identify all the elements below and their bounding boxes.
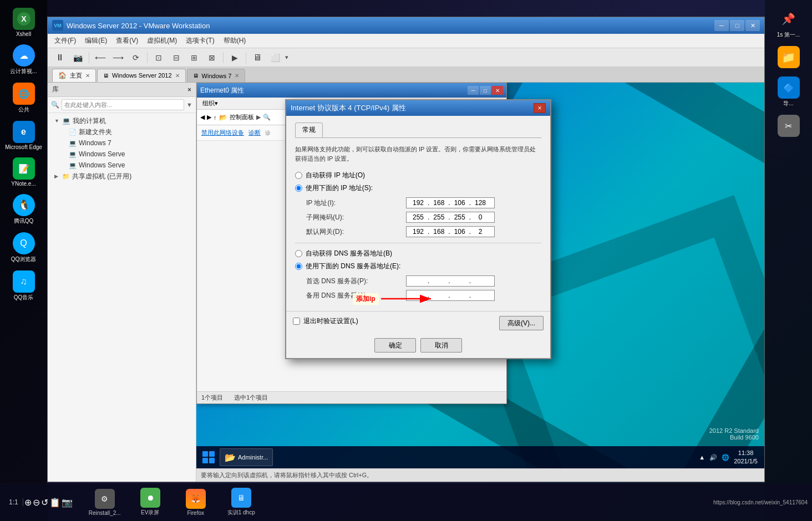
right-icon-pin[interactable]: 📌 1s 第一... <box>769 6 808 41</box>
subnet-seg3[interactable] <box>451 213 468 221</box>
toolbar-multi2-btn[interactable]: ⊞ <box>186 50 202 65</box>
tab-home-close[interactable]: ✕ <box>85 73 90 79</box>
zoom-out-btn[interactable]: ⊖ <box>33 497 40 508</box>
manual-dns-radio[interactable] <box>295 263 302 270</box>
tree-shared[interactable]: ▶ 📁 共享虚拟机 (已开用) <box>50 171 194 182</box>
tab-win7-close[interactable]: ✕ <box>235 73 239 79</box>
right-icon-guide[interactable]: 🔷 导... <box>769 74 808 110</box>
subnet-seg1[interactable] <box>410 213 427 221</box>
desktop-icon-xshell[interactable]: X Xshell <box>4 6 43 39</box>
menu-vm[interactable]: 虚拟机(M) <box>143 35 181 47</box>
desktop-icon-qqmusic[interactable]: ♫ QQ音乐 <box>4 268 43 304</box>
toolbar-next-btn[interactable]: ⟶ <box>110 50 126 65</box>
zoom-in-btn[interactable]: ⊕ <box>24 497 32 508</box>
subnet-input-group[interactable]: . . . <box>406 212 495 223</box>
gateway-input-group[interactable]: . . . <box>406 226 495 237</box>
refresh-btn[interactable]: ↺ <box>41 497 48 508</box>
desktop-icon-microsoftedge[interactable]: e Microsoft Edge <box>4 119 43 152</box>
menu-help[interactable]: 帮助(H) <box>219 35 251 47</box>
toolbar-fullscreen-btn[interactable]: ⊡ <box>151 50 166 65</box>
pdns-seg2[interactable] <box>430 277 447 285</box>
vm-screen[interactable]: 2012 R2 Standard Build 9600 Ethernet0 属性… <box>196 83 764 468</box>
tab-ws2012[interactable]: 🖥 Windows Server 2012 ✕ <box>97 69 186 82</box>
taskbar-evrecorder[interactable]: ⏺ EV录屏 <box>128 486 172 519</box>
pdns-seg3[interactable] <box>451 277 468 285</box>
desktop-icon-public[interactable]: 🌐 公共 <box>4 80 43 116</box>
desktop-icon-qq[interactable]: 🐧 腾讯QQ <box>4 192 43 227</box>
gw-seg2[interactable] <box>430 228 447 236</box>
vmware-maximize-btn[interactable]: □ <box>730 20 744 31</box>
toolbar-terminal-btn[interactable]: ▶ <box>227 50 242 65</box>
desktop-icon-yuncj[interactable]: ☁ 云计算视... <box>4 42 43 78</box>
toolbar-multi3-btn[interactable]: ⊠ <box>204 50 220 65</box>
netconn-forward-btn[interactable]: ▶ <box>207 114 211 121</box>
tcpip-close-btn[interactable]: × <box>534 103 546 113</box>
ip-input-group[interactable]: . . . <box>406 197 495 208</box>
tab-ws2012-close[interactable]: ✕ <box>175 73 180 79</box>
toolbar-display-btn[interactable]: 🖥 <box>250 50 265 65</box>
tab-win7[interactable]: 🖥 Windows 7 ✕ <box>187 69 246 82</box>
vmware-minimize-btn[interactable]: ─ <box>714 20 729 31</box>
right-icon-scissors[interactable]: ✂ <box>769 113 808 140</box>
advanced-btn[interactable]: 高级(V)... <box>499 316 544 330</box>
menu-tabs[interactable]: 选项卡(T) <box>181 35 219 47</box>
ip-seg3[interactable] <box>451 199 468 207</box>
netconn-minimize-btn[interactable]: ─ <box>468 86 479 95</box>
toolbar-prev-btn[interactable]: ⟵ <box>93 50 108 65</box>
ip-seg4[interactable] <box>472 199 489 207</box>
clipboard-btn[interactable]: 📋 <box>49 497 60 508</box>
netconn-maximize-btn[interactable]: □ <box>480 86 491 95</box>
desktop-icon-qqbrowser[interactable]: Q QQ浏览器 <box>4 230 43 265</box>
toolbar-display2-btn[interactable]: ⬜ <box>267 50 283 65</box>
manual-ip-radio[interactable] <box>295 185 302 192</box>
taskbar-reinstall[interactable]: ⚙ Reinstall_2... <box>83 487 127 518</box>
menu-file[interactable]: 文件(F) <box>50 35 80 47</box>
netconn-back-btn[interactable]: ◀ <box>200 114 205 121</box>
library-search-arrow[interactable]: ▼ <box>186 101 192 108</box>
menu-view[interactable]: 查看(V) <box>111 35 143 47</box>
menu-edit[interactable]: 编辑(E) <box>80 35 111 47</box>
taskbar-firefox[interactable]: 🦊 Firefox <box>174 487 218 518</box>
ws-start-btn[interactable] <box>199 448 219 466</box>
toolbar-pause-btn[interactable]: ⏸ <box>52 50 68 65</box>
adns-seg3[interactable] <box>451 292 468 299</box>
desktop-icon-ynote[interactable]: 📝 YNote.e... <box>4 155 43 189</box>
screenshot-btn[interactable]: 📷 <box>62 497 73 508</box>
cancel-btn[interactable]: 取消 <box>420 338 462 353</box>
vmware-close-btn[interactable]: ✕ <box>745 20 760 31</box>
tree-newfolder[interactable]: 📄 新建文件夹 <box>50 126 194 137</box>
tree-winsrv2[interactable]: 💻 Windows Serve <box>50 160 194 171</box>
toolbar-multi1-btn[interactable]: ⊟ <box>169 50 184 65</box>
auto-ip-radio[interactable] <box>295 172 302 179</box>
ip-seg1[interactable] <box>410 199 427 207</box>
ok-btn[interactable]: 确定 <box>374 338 416 353</box>
ip-seg2[interactable] <box>430 199 447 207</box>
library-close-btn[interactable]: × <box>187 86 191 94</box>
toolbar-up-btn[interactable]: ⟳ <box>128 50 144 65</box>
netconn-disable-btn[interactable]: 禁用此网络设备 <box>201 129 244 137</box>
gw-seg4[interactable] <box>472 228 489 236</box>
netconn-diagnose-btn[interactable]: 诊断 <box>248 129 261 137</box>
library-search-input[interactable] <box>62 99 184 110</box>
subnet-seg2[interactable] <box>430 213 447 221</box>
dialog-tab-general[interactable]: 常规 <box>295 122 323 137</box>
gw-seg3[interactable] <box>451 228 468 236</box>
netconn-up-btn[interactable]: ↑ <box>214 114 217 121</box>
subnet-seg4[interactable] <box>472 213 489 221</box>
right-icon-folder[interactable]: 📁 <box>769 44 808 71</box>
adns-seg4[interactable] <box>472 292 489 299</box>
netconn-close-btn[interactable]: ✕ <box>492 86 503 95</box>
tree-winsrv1[interactable]: 💻 Windows Serve <box>50 149 194 160</box>
validate-checkbox[interactable] <box>293 318 300 325</box>
tree-mypc[interactable]: ▼ 💻 我的计算机 <box>50 115 194 126</box>
toolbar-snapshot-btn[interactable]: 📷 <box>70 50 85 65</box>
netconn-org-btn[interactable]: 组织▾ <box>199 98 221 109</box>
tree-win7[interactable]: 💻 Windows 7 <box>50 137 194 149</box>
auto-dns-radio[interactable] <box>295 250 302 257</box>
taskbar-dhcp[interactable]: 🖥 实训1 dhcp <box>219 486 263 519</box>
pdns-input-group[interactable]: . . . <box>406 275 495 287</box>
ws-taskbar-item-admin[interactable]: 📂 Administr... <box>220 448 273 466</box>
gw-seg1[interactable] <box>410 228 427 236</box>
pdns-seg4[interactable] <box>472 277 489 285</box>
tab-home[interactable]: 🏠 主页 ✕ <box>52 69 96 82</box>
